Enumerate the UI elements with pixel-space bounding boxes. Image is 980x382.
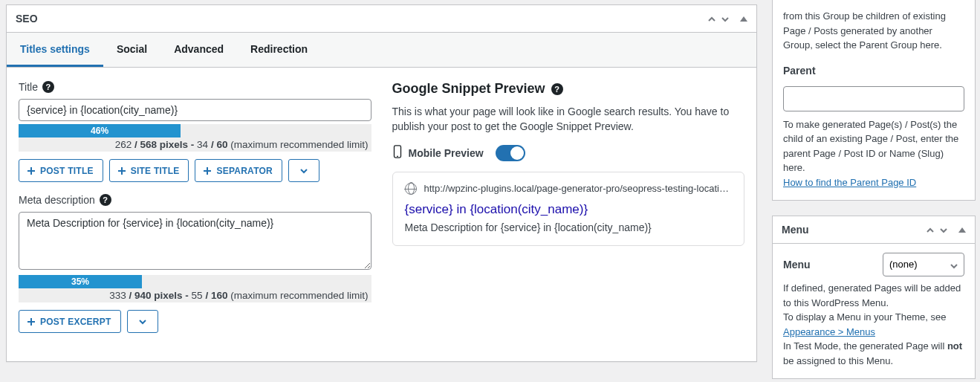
plus-icon <box>203 166 212 175</box>
mobile-preview-toggle[interactable] <box>496 145 525 161</box>
snippet-meta: Meta Description for {service} in {locat… <box>405 221 733 233</box>
plus-icon <box>27 317 36 326</box>
meta-limit-text: 333 / 940 pixels - 55 / 160 (maximum rec… <box>19 288 371 302</box>
meta-more-button[interactable] <box>127 310 158 333</box>
menu-select[interactable]: (none) <box>883 253 964 276</box>
preview-description: This is what your page will look like in… <box>392 104 745 135</box>
title-progress-fill: 46% <box>19 124 181 137</box>
preview-heading: Google Snippet Preview <box>392 81 545 97</box>
tab-redirection[interactable]: Redirection <box>237 33 321 67</box>
seo-tabs: Titles settings Social Advanced Redirect… <box>7 33 756 68</box>
menu-helptext-1: If defined, generated Pages will be adde… <box>783 281 964 310</box>
snippet-preview-card: http://wpzinc-plugins.local/page-generat… <box>392 172 745 246</box>
tab-advanced[interactable]: Advanced <box>160 33 237 67</box>
globe-icon <box>405 183 417 195</box>
move-up-icon[interactable] <box>707 14 716 23</box>
title-progress: 46% <box>19 124 371 137</box>
meta-progress-fill: 35% <box>19 275 142 288</box>
chevron-down-icon <box>299 166 308 175</box>
snippet-url: http://wpzinc-plugins.local/page-generat… <box>424 183 733 194</box>
title-limit-text: 262 / 568 pixels - 34 / 60 (maximum reco… <box>19 137 371 152</box>
chevron-down-icon <box>138 317 147 326</box>
appearance-menus-link[interactable]: Appearance > Menus <box>783 326 875 337</box>
plus-icon <box>117 166 126 175</box>
seo-panel-title: SEO <box>16 13 38 25</box>
help-icon[interactable]: ? <box>551 83 563 95</box>
separator-button[interactable]: SEPARATOR <box>195 159 282 182</box>
seo-panel-header: SEO <box>7 5 756 33</box>
menu-panel-body: Menu (none) If defined, generated Pages … <box>772 244 976 379</box>
mobile-preview-label: Mobile Preview <box>409 147 484 159</box>
help-icon[interactable]: ? <box>100 194 111 206</box>
parent-group-helptext-fragment: from this Group be children of existing … <box>772 0 976 201</box>
post-title-button[interactable]: POST TITLE <box>19 159 103 182</box>
collapse-toggle-icon[interactable] <box>740 16 747 22</box>
mobile-icon <box>392 145 403 161</box>
menu-panel-title: Menu <box>782 224 809 236</box>
title-more-button[interactable] <box>288 159 319 182</box>
plus-icon <box>27 166 36 175</box>
collapse-toggle-icon[interactable] <box>958 227 966 233</box>
title-input[interactable] <box>19 99 371 121</box>
move-up-icon[interactable] <box>926 225 935 234</box>
menu-helptext-2: To display a Menu in your Theme, see App… <box>783 310 964 339</box>
move-down-icon[interactable] <box>939 225 948 234</box>
tab-social[interactable]: Social <box>103 33 160 67</box>
meta-progress: 35% <box>19 275 371 288</box>
move-down-icon[interactable] <box>721 14 730 23</box>
title-label: Title <box>19 81 38 93</box>
site-title-button[interactable]: SITE TITLE <box>109 159 189 182</box>
post-excerpt-button[interactable]: POST EXCERPT <box>19 310 121 333</box>
snippet-title: {service} in {location(city_name)} <box>405 202 733 217</box>
tab-titles-settings[interactable]: Titles settings <box>7 33 103 67</box>
menu-panel-header: Menu <box>772 216 976 244</box>
parent-input[interactable] <box>783 86 964 111</box>
parent-id-help-link[interactable]: How to find the Parent Page ID <box>783 177 916 188</box>
meta-description-input[interactable]: Meta Description for {service} in {locat… <box>19 212 371 270</box>
seo-panel: SEO Titles settings Social Advanced Redi… <box>6 4 757 362</box>
parent-helptext: To make generated Page(s) / Post(s) the … <box>783 117 964 175</box>
parent-label: Parent <box>783 63 964 79</box>
menu-helptext-3: In Test Mode, the generated Page will no… <box>783 339 964 368</box>
help-icon[interactable]: ? <box>42 81 54 93</box>
menu-label: Menu <box>783 257 811 273</box>
meta-label: Meta description <box>19 194 95 206</box>
